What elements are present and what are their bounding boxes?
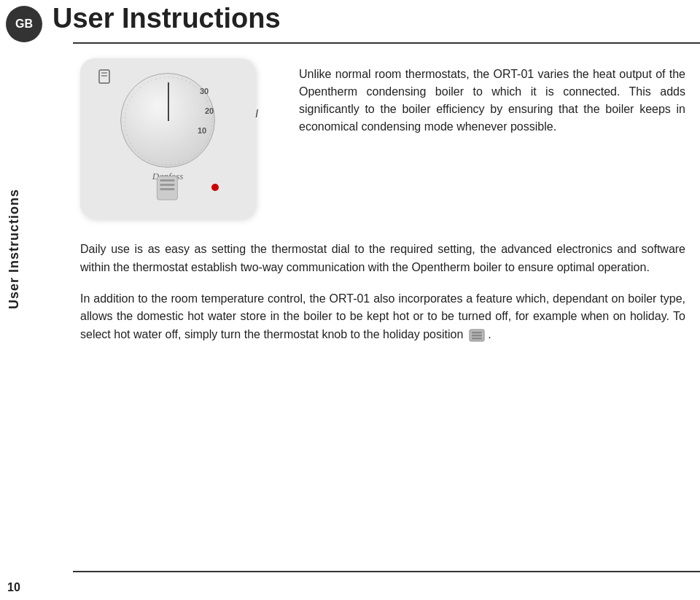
indicator-dot [211, 184, 219, 191]
svg-rect-2 [101, 75, 107, 77]
svg-text:30: 30 [200, 87, 209, 96]
svg-rect-9 [160, 179, 174, 182]
svg-rect-11 [160, 188, 174, 190]
top-section: Setting Dial Indicator [73, 44, 700, 233]
page-number: 10 [7, 581, 20, 594]
thermostat-image: 30 20 10 Danfoss [80, 58, 255, 219]
svg-text:10: 10 [198, 126, 206, 135]
svg-rect-14 [472, 335, 482, 337]
paragraph-2: In addition to the room temperature cont… [80, 290, 685, 344]
svg-rect-13 [472, 332, 482, 334]
badge-text: GB [15, 17, 33, 31]
svg-text:20: 20 [205, 106, 214, 115]
main-content: Setting Dial Indicator [73, 44, 700, 571]
gb-badge: GB [6, 6, 42, 42]
period-text: . [488, 328, 491, 340]
body-paragraphs: Daily use is as easy as setting the ther… [73, 233, 700, 365]
sidebar-label-text: User Instructions [7, 189, 22, 309]
bottom-divider [73, 571, 700, 572]
heat-icon [96, 69, 112, 88]
paragraph-2-text: In addition to the room temperature cont… [80, 292, 685, 341]
holiday-icon [469, 329, 485, 342]
thermostat-container: Setting Dial Indicator [80, 58, 284, 219]
sidebar-label: User Instructions [0, 45, 28, 453]
svg-rect-10 [160, 184, 174, 186]
intro-paragraph: Unlike normal room thermostats, the ORT-… [299, 66, 685, 136]
svg-rect-1 [101, 72, 107, 74]
intro-text: Unlike normal room thermostats, the ORT-… [299, 58, 685, 136]
page-title: User Instructions [52, 3, 281, 34]
boiler-graphic [155, 175, 179, 204]
thermostat-dial: 30 20 10 [120, 73, 215, 168]
svg-rect-15 [472, 338, 482, 340]
paragraph-1: Daily use is as easy as setting the ther… [80, 241, 685, 277]
